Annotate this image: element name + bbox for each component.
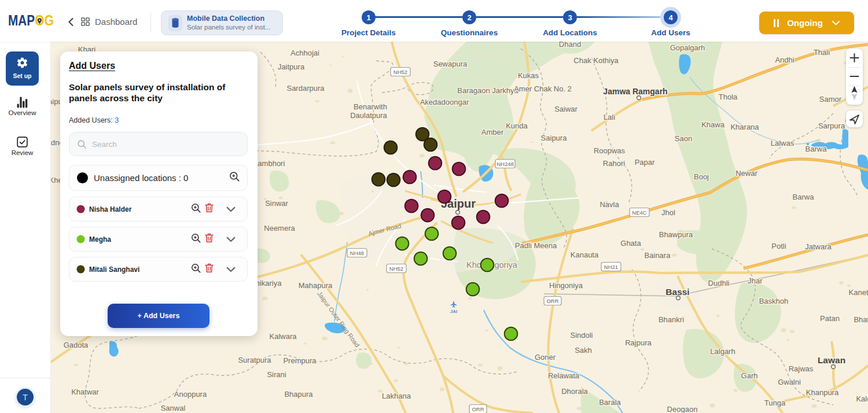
- svg-text:Jamwa Ramgarh: Jamwa Ramgarh: [603, 87, 667, 96]
- svg-text:Kanauta: Kanauta: [571, 250, 599, 259]
- svg-text:Sanwal: Sanwal: [161, 404, 186, 412]
- svg-text:NH21: NH21: [604, 264, 618, 270]
- svg-text:Goner: Goner: [535, 353, 556, 362]
- svg-text:Relawata: Relawata: [548, 371, 580, 380]
- svg-text:Kukas: Kukas: [518, 71, 539, 80]
- svg-text:ORR: ORR: [472, 406, 484, 412]
- svg-text:Gopalgarh: Gopalgarh: [670, 43, 705, 52]
- svg-text:Bhawpura: Bhawpura: [659, 230, 693, 239]
- svg-text:Kalod: Kalod: [856, 394, 868, 403]
- svg-text:Newar: Newar: [735, 169, 757, 178]
- svg-text:Lalwas: Lalwas: [771, 139, 795, 148]
- svg-text:Sindoli: Sindoli: [570, 331, 593, 340]
- svg-text:Rahori: Rahori: [603, 159, 625, 168]
- svg-text:Sarpura: Sarpura: [818, 121, 845, 130]
- svg-text:MAP: MAP: [8, 12, 35, 28]
- svg-text:Sirani: Sirani: [267, 370, 286, 379]
- svg-text:Jhar: Jhar: [748, 276, 763, 285]
- svg-text:Gadota: Gadota: [64, 341, 89, 349]
- svg-text:NH52: NH52: [389, 266, 403, 272]
- svg-text:Bassi: Bassi: [665, 287, 689, 297]
- svg-text:Patan: Patan: [820, 314, 840, 323]
- svg-text:Baragaon Jarkhya: Baragaon Jarkhya: [457, 86, 518, 95]
- svg-text:Prempura: Prempura: [283, 356, 317, 365]
- svg-text:NH48: NH48: [350, 250, 364, 256]
- svg-text:Jaitpura: Jaitpura: [278, 62, 305, 71]
- svg-text:Baskhoh: Baskhoh: [759, 297, 789, 305]
- svg-text:Bhapura: Bhapura: [284, 390, 313, 399]
- svg-text:Sinwar: Sinwar: [265, 199, 288, 208]
- svg-text:Dhorala: Dhorala: [561, 387, 588, 396]
- svg-text:Potli: Potli: [771, 242, 786, 250]
- svg-text:Suratpura: Suratpura: [238, 356, 271, 364]
- svg-text:ORR: ORR: [546, 298, 558, 304]
- svg-text:Saipura: Saipura: [541, 134, 568, 142]
- svg-text:Barwa: Barwa: [793, 193, 815, 201]
- svg-text:Roopwas: Roopwas: [594, 146, 626, 155]
- svg-text:Bainara: Bainara: [645, 251, 671, 260]
- svg-text:Navla: Navla: [599, 200, 619, 209]
- svg-text:Tunga: Tunga: [764, 399, 786, 407]
- svg-text:Amer Chak No. 2: Amer Chak No. 2: [514, 84, 572, 93]
- svg-text:Jhol: Jhol: [661, 208, 675, 217]
- svg-text:NH52: NH52: [393, 69, 407, 75]
- svg-text:Lakhana: Lakhana: [382, 392, 411, 400]
- svg-text:Saiwar: Saiwar: [554, 105, 578, 113]
- svg-text:Barwa: Barwa: [806, 145, 827, 153]
- svg-text:Dhand: Dhand: [559, 42, 581, 49]
- svg-text:Andhi: Andhi: [775, 56, 794, 64]
- svg-text:Chak Kothiya: Chak Kothiya: [573, 56, 619, 65]
- svg-text:Kunda: Kunda: [506, 121, 528, 130]
- svg-text:Thali: Thali: [814, 48, 830, 57]
- svg-text:Khawa: Khawa: [701, 120, 725, 129]
- svg-text:Ghata: Ghata: [620, 239, 641, 248]
- svg-text:Sardarpura: Sardarpura: [286, 84, 325, 93]
- svg-text:Barala: Barala: [599, 398, 621, 407]
- svg-text:Kaneti: Kaneti: [849, 288, 868, 297]
- svg-text:NH248: NH248: [496, 161, 514, 167]
- svg-text:JAI: JAI: [450, 309, 457, 314]
- svg-text:Bhateri: Bhateri: [854, 315, 868, 324]
- svg-text:Rajpura: Rajpura: [625, 338, 652, 347]
- svg-text:Dudhli: Dudhli: [708, 279, 730, 287]
- svg-text:Padli Meena: Padli Meena: [515, 241, 557, 250]
- svg-text:Mahapura: Mahapura: [299, 281, 333, 290]
- svg-text:Rajwas: Rajwas: [789, 364, 814, 373]
- svg-text:Khanpura: Khanpura: [806, 388, 839, 397]
- svg-text:Garh: Garh: [741, 371, 758, 380]
- svg-text:Booj: Booj: [694, 172, 709, 181]
- svg-text:Akedadoongar: Akedadoongar: [420, 98, 469, 106]
- svg-text:Samor: Samor: [819, 95, 842, 104]
- svg-text:Thola: Thola: [719, 93, 738, 101]
- svg-text:Lali: Lali: [604, 113, 615, 121]
- svg-text:Neemera: Neemera: [264, 224, 295, 233]
- svg-text:Jatwara: Jatwara: [805, 242, 832, 251]
- svg-text:Saon: Saon: [675, 134, 692, 143]
- svg-text:Bhankri: Bhankri: [659, 315, 684, 324]
- svg-text:Sakh: Sakh: [575, 346, 592, 355]
- svg-text:Papar: Papar: [635, 158, 655, 167]
- svg-text:NE4C: NE4C: [632, 209, 646, 216]
- svg-text:Sewapura: Sewapura: [433, 60, 468, 68]
- svg-text:Benarwith: Benarwith: [354, 102, 387, 111]
- svg-text:Anoppura: Anoppura: [174, 390, 207, 399]
- svg-text:Achhojai: Achhojai: [290, 49, 319, 57]
- svg-text:Gwalni: Gwalni: [778, 378, 801, 386]
- svg-text:Kharana: Kharana: [730, 123, 759, 131]
- svg-text:Lalgarh: Lalgarh: [710, 347, 735, 356]
- svg-text:Daulatpura: Daulatpura: [350, 111, 387, 120]
- svg-text:Hingoniya: Hingoniya: [549, 281, 583, 290]
- svg-text:Amber: Amber: [481, 128, 504, 137]
- svg-text:Khatwar: Khatwar: [71, 388, 99, 396]
- svg-text:Deogaon: Deogaon: [667, 405, 698, 413]
- svg-text:Lawan: Lawan: [818, 355, 845, 365]
- svg-text:Kalwara: Kalwara: [270, 332, 297, 341]
